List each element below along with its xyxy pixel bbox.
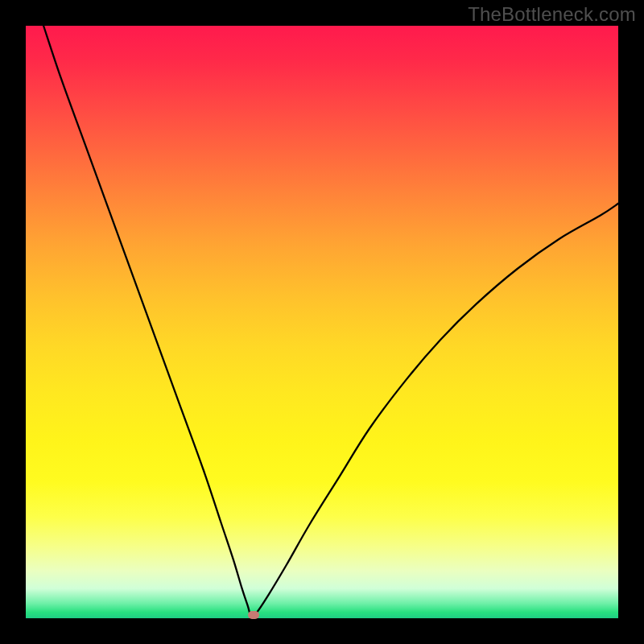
optimal-point-marker [248, 611, 259, 619]
plot-area [26, 26, 618, 618]
watermark-text: TheBottleneck.com [468, 3, 636, 26]
bottleneck-curve [26, 26, 618, 618]
chart-frame: TheBottleneck.com [0, 0, 644, 644]
